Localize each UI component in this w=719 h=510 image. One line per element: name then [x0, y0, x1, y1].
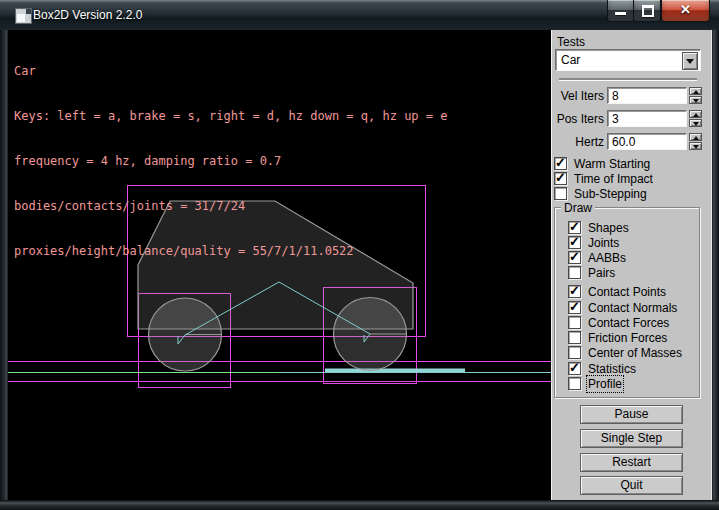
separator	[559, 78, 697, 81]
stats-line: bodies/contacts/joints = 31/7/24	[14, 199, 447, 214]
checkbox-icon[interactable]	[568, 266, 581, 279]
checkbox-icon[interactable]: ✓	[554, 172, 567, 185]
pairs-label: Pairs	[588, 266, 615, 280]
debug-stats-text: Car Keys: left = a, brake = s, right = d…	[14, 34, 447, 289]
aabbs-label: AABBs	[588, 251, 626, 265]
hertz-spin-down-button[interactable]	[689, 142, 702, 150]
vel-iters-spin-down-button[interactable]	[689, 96, 702, 104]
checkbox-icon[interactable]: ✓	[568, 251, 581, 264]
pos-iters-label: Pos Iters	[552, 112, 604, 126]
control-panel: Tests Car Vel Iters 8 Pos Iters 3 Hertz …	[551, 30, 712, 500]
checkbox-icon[interactable]	[568, 316, 581, 329]
maximize-icon	[642, 5, 654, 17]
checkbox-icon[interactable]: ✓	[568, 301, 581, 314]
arrow-up-icon	[693, 136, 699, 140]
checkbox-icon[interactable]	[568, 346, 581, 359]
hertz-spinner	[689, 133, 702, 150]
chevron-down-icon	[686, 59, 694, 64]
statistics-label: Statistics	[588, 362, 636, 376]
warm-starting-label: Warm Starting	[574, 157, 650, 171]
app-icon	[15, 8, 32, 24]
arrow-down-icon	[693, 122, 699, 126]
arrow-up-icon	[693, 113, 699, 117]
contact-normals-label: Contact Normals	[588, 301, 677, 315]
minimize-icon	[615, 12, 626, 15]
hertz-value: 60.0	[612, 135, 635, 149]
window-border-bottom	[0, 500, 719, 510]
stats-line: frequency = 4 hz, damping ratio = 0.7	[14, 154, 447, 169]
checkbox-icon[interactable]	[568, 377, 581, 390]
pos-iters-value: 3	[612, 112, 619, 126]
checkbox-icon[interactable]: ✓	[554, 157, 567, 170]
time-of-impact-label: Time of Impact	[574, 172, 653, 186]
checkbox-icon[interactable]: ✓	[568, 221, 581, 234]
vel-iters-spinner	[689, 87, 702, 104]
window-border-right	[712, 30, 719, 502]
vel-iters-spin-up-button[interactable]	[689, 87, 702, 95]
checkbox-icon[interactable]: ✓	[568, 362, 581, 375]
tests-label: Tests	[557, 35, 585, 49]
center-of-masses-label: Center of Masses	[588, 346, 682, 360]
pos-iters-spinner	[689, 110, 702, 127]
contact-points-label: Contact Points	[588, 285, 666, 299]
stats-line: Keys: left = a, brake = s, right = d, hz…	[14, 109, 447, 124]
vel-iters-label: Vel Iters	[552, 89, 604, 103]
hertz-label: Hertz	[552, 135, 604, 149]
sub-stepping-label: Sub-Stepping	[574, 187, 647, 201]
checkbox-icon[interactable]	[568, 331, 581, 344]
vel-iters-value: 8	[612, 89, 619, 103]
window-border-left	[0, 30, 8, 502]
pos-iters-field[interactable]: 3	[607, 110, 687, 127]
hertz-spin-up-button[interactable]	[689, 133, 702, 141]
stats-line: Car	[14, 64, 447, 79]
checkbox-icon[interactable]	[554, 187, 567, 200]
close-icon: ✕	[662, 2, 709, 17]
hertz-field[interactable]: 60.0	[607, 133, 687, 150]
vel-iters-field[interactable]: 8	[607, 87, 687, 104]
pause-button[interactable]: Pause	[580, 405, 683, 424]
stats-line: proxies/height/balance/quality = 55/7/1/…	[14, 244, 447, 259]
vel-iters-row: Vel Iters 8	[552, 87, 713, 104]
contact-forces-label: Contact Forces	[588, 316, 669, 330]
minimize-button[interactable]	[607, 0, 635, 22]
pos-iters-row: Pos Iters 3	[552, 110, 713, 127]
hertz-row: Hertz 60.0	[552, 133, 713, 150]
close-button[interactable]: ✕	[661, 0, 710, 22]
checkbox-icon[interactable]: ✓	[568, 236, 581, 249]
shapes-label: Shapes	[588, 221, 629, 235]
profile-label: Profile	[588, 377, 622, 391]
draw-group-label: Draw	[561, 201, 595, 215]
friction-forces-label: Friction Forces	[588, 331, 667, 345]
ground-aabb-lines	[8, 362, 551, 382]
joints-label: Joints	[588, 236, 619, 250]
checkbox-icon[interactable]: ✓	[568, 285, 581, 298]
arrow-down-icon	[693, 99, 699, 103]
single-step-button[interactable]: Single Step	[580, 429, 683, 448]
maximize-button[interactable]	[633, 0, 661, 22]
simulation-canvas[interactable]: Car Keys: left = a, brake = s, right = d…	[8, 30, 551, 500]
restart-button[interactable]: Restart	[580, 453, 683, 472]
pos-iters-spin-up-button[interactable]	[689, 110, 702, 118]
tests-dropdown-value: Car	[561, 53, 580, 67]
tests-dropdown[interactable]: Car	[555, 49, 701, 71]
quit-button[interactable]: Quit	[580, 476, 683, 495]
arrow-down-icon	[693, 145, 699, 149]
tests-dropdown-button[interactable]	[682, 52, 698, 70]
arrow-up-icon	[693, 90, 699, 94]
pos-iters-spin-down-button[interactable]	[689, 119, 702, 127]
window-title: Box2D Version 2.2.0	[33, 8, 142, 22]
